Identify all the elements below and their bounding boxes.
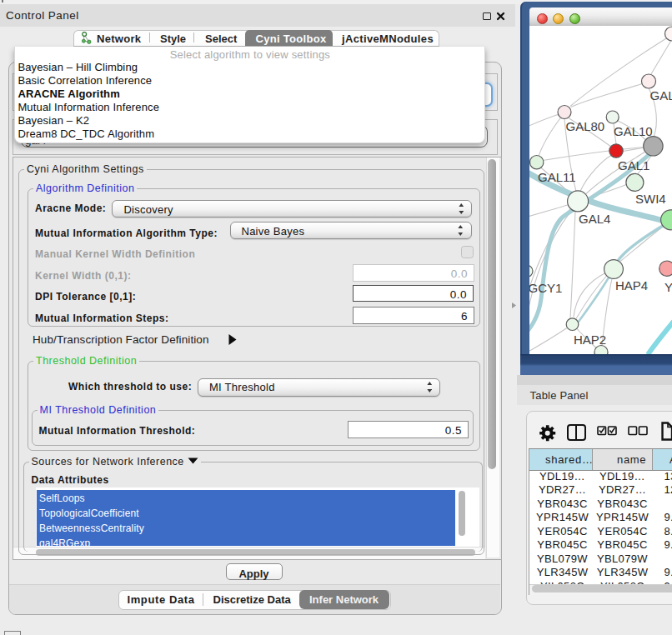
svg-text:GAL11: GAL11 [538, 169, 576, 183]
svg-text:GAL80: GAL80 [566, 118, 605, 132]
svg-text:GAL10: GAL10 [614, 124, 653, 138]
svg-text:GAL: GAL [650, 88, 672, 102]
svg-text:GCY1: GCY1 [529, 280, 562, 294]
svg-text:GAL1: GAL1 [618, 158, 649, 172]
svg-text:HAP4: HAP4 [615, 278, 648, 292]
svg-text:Y: Y [664, 279, 672, 293]
svg-text:GAL4: GAL4 [579, 211, 610, 225]
svg-text:HAP2: HAP2 [574, 332, 606, 346]
svg-text:SWI4: SWI4 [635, 192, 666, 206]
